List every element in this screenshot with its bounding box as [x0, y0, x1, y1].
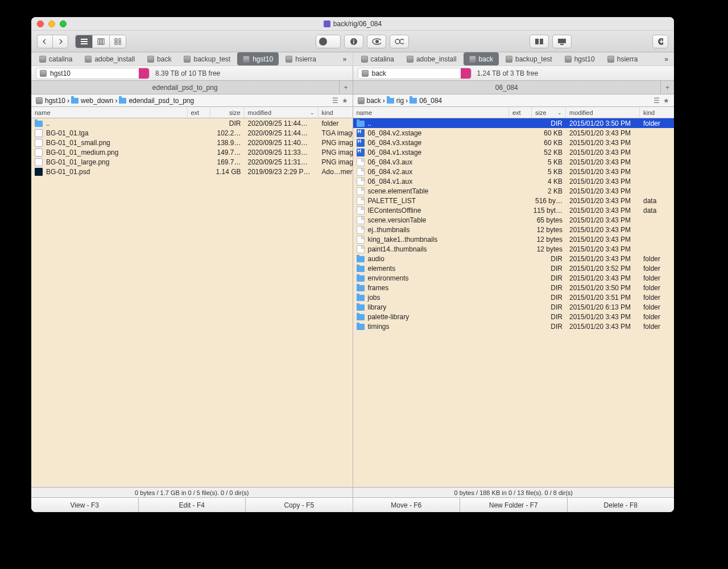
- fkey-button[interactable]: Edit - F4: [139, 498, 246, 512]
- file-row[interactable]: palette-libraryDIR2015/01/20 3:43 PMfold…: [353, 312, 675, 321]
- file-row[interactable]: 06_084.v3.aux5 KB2015/01/20 3:43 PM: [353, 157, 675, 167]
- file-row[interactable]: scene.versionTable65 bytes2015/01/20 3:4…: [353, 215, 675, 225]
- drive-tab[interactable]: catalina: [34, 52, 78, 65]
- col-kind[interactable]: kind: [318, 107, 353, 118]
- col-ext[interactable]: ext: [188, 107, 210, 118]
- file-row[interactable]: scene.elementTable2 KB2015/01/20 3:43 PM: [353, 186, 675, 196]
- file-row[interactable]: framesDIR2015/01/20 3:50 PMfolder: [353, 283, 675, 292]
- breadcrumb-item[interactable]: hgst10: [36, 97, 65, 105]
- file-row[interactable]: BG-01_01.tga102.2…2020/09/25 11:44…TGA i…: [31, 128, 353, 138]
- terminal-button[interactable]: [552, 35, 572, 48]
- drive-tab[interactable]: hgst10: [559, 52, 601, 65]
- file-row[interactable]: 06_084.v3.xstage60 KB2015/01/20 3:43 PM: [353, 138, 675, 147]
- split-button[interactable]: [530, 35, 549, 48]
- breadcrumb-item[interactable]: 06_084: [410, 97, 442, 105]
- file-row[interactable]: 06_084.v1.xstage52 KB2015/01/20 3:43 PM: [353, 147, 675, 157]
- more-tabs-button[interactable]: »: [340, 52, 350, 65]
- fkey-button[interactable]: Copy - F5: [246, 498, 353, 512]
- file-row[interactable]: PALETTE_LIST516 by…2015/01/20 3:43 PMdat…: [353, 196, 675, 205]
- drive-tab[interactable]: hgst10: [237, 52, 279, 65]
- file-row[interactable]: BG-01_01_large.png169.7…2020/09/25 11:31…: [31, 157, 353, 167]
- file-row[interactable]: 06_084.v2.aux5 KB2015/01/20 3:43 PM: [353, 167, 675, 176]
- file-row[interactable]: paint14..thumbnails12 bytes2015/01/20 3:…: [353, 244, 675, 254]
- star-icon[interactable]: ★: [663, 97, 669, 105]
- list-icon[interactable]: ☰: [332, 97, 338, 105]
- search-button[interactable]: [390, 35, 409, 48]
- file-row[interactable]: BG-01_01.psd1.14 GB2019/09/23 2:29 P…Ado…: [31, 167, 353, 176]
- grid-view-button[interactable]: [109, 35, 126, 48]
- drive-tab[interactable]: back: [464, 52, 499, 65]
- breadcrumb-item[interactable]: edendail_psd_to_png: [119, 97, 194, 105]
- drive-tab[interactable]: catalina: [355, 52, 400, 65]
- file-modified: 2015/01/20 3:43 PM: [566, 197, 640, 205]
- list-icon: [80, 38, 88, 45]
- file-list-right[interactable]: ..DIR2015/01/20 3:50 PMfolder06_084.v2.x…: [353, 118, 675, 487]
- list-icon[interactable]: ☰: [653, 97, 660, 105]
- drive-tab[interactable]: adobe_install: [401, 52, 462, 65]
- fkey-button[interactable]: Move - F6: [353, 498, 461, 512]
- col-ext[interactable]: ext: [509, 107, 532, 118]
- file-row[interactable]: audioDIR2015/01/20 3:43 PMfolder: [353, 254, 675, 263]
- file-row[interactable]: elementsDIR2015/01/20 3:52 PMfolder: [353, 263, 675, 273]
- file-row[interactable]: jobsDIR2015/01/20 3:51 PMfolder: [353, 292, 675, 302]
- view-mode-segment: [75, 35, 126, 48]
- drive-tab-label: hgst10: [253, 55, 273, 63]
- downloads-button[interactable]: [652, 35, 668, 48]
- folder-tab-right[interactable]: 06_084: [353, 81, 661, 94]
- file-row[interactable]: 06_084.v1.aux4 KB2015/01/20 3:43 PM: [353, 176, 675, 186]
- file-modified: 2015/01/20 3:43 PM: [566, 139, 640, 147]
- breadcrumb-item[interactable]: back: [358, 97, 381, 105]
- close-button[interactable]: [37, 20, 44, 27]
- file-row[interactable]: ..DIR2015/01/20 3:50 PMfolder: [353, 118, 675, 128]
- fkey-button[interactable]: New Folder - F7: [460, 498, 568, 512]
- more-tabs-button[interactable]: »: [661, 52, 672, 65]
- file-row[interactable]: timingsDIR2015/01/20 3:43 PMfolder: [353, 321, 675, 331]
- col-size[interactable]: size⌄: [532, 107, 566, 118]
- breadcrumb-item[interactable]: rig: [387, 97, 404, 105]
- forward-button[interactable]: [52, 35, 68, 48]
- doc-icon: [357, 226, 365, 234]
- fkey-button[interactable]: Delete - F8: [568, 498, 675, 512]
- maximize-button[interactable]: [60, 20, 67, 27]
- file-list-left[interactable]: ..DIR2020/09/25 11:44…folderBG-01_01.tga…: [31, 118, 353, 487]
- file-row[interactable]: ..DIR2020/09/25 11:44…folder: [31, 118, 353, 128]
- drive-tab[interactable]: back: [142, 52, 177, 65]
- drive-dropdown-left[interactable]: hgst10: [36, 68, 150, 79]
- breadcrumbs-row: hgst10›web_down›edendail_psd_to_png☰★ ba…: [31, 94, 674, 107]
- drive-tab[interactable]: hsierra: [280, 52, 322, 65]
- file-row[interactable]: 06_084.v2.xstage60 KB2015/01/20 3:43 PM: [353, 128, 675, 138]
- new-tab-right[interactable]: +: [660, 81, 674, 94]
- chevron-right-icon: [57, 39, 63, 44]
- breadcrumb-item[interactable]: web_down: [71, 97, 113, 105]
- drive-tab[interactable]: backup_test: [178, 52, 236, 65]
- star-icon[interactable]: ★: [342, 97, 348, 105]
- col-name[interactable]: name: [31, 107, 188, 118]
- drive-tab[interactable]: adobe_install: [79, 52, 140, 65]
- file-row[interactable]: king_take1..thumbnails12 bytes2015/01/20…: [353, 234, 675, 244]
- folder-tab-left[interactable]: edendail_psd_to_png: [31, 81, 339, 94]
- drive-tab[interactable]: backup_test: [500, 52, 558, 65]
- toggle-hidden-switch[interactable]: [316, 35, 341, 48]
- column-view-button[interactable]: [92, 35, 109, 48]
- minimize-button[interactable]: [48, 20, 55, 27]
- col-name[interactable]: name: [353, 107, 510, 118]
- disk-icon: [607, 56, 614, 63]
- preview-button[interactable]: [367, 35, 386, 48]
- col-kind[interactable]: kind: [640, 107, 674, 118]
- fkey-button[interactable]: View - F3: [31, 498, 139, 512]
- col-modified[interactable]: modified⌄: [245, 107, 318, 118]
- file-row[interactable]: libraryDIR2015/01/20 6:13 PMfolder: [353, 302, 675, 312]
- file-row[interactable]: IEContentsOffline115 byt…2015/01/20 3:43…: [353, 205, 675, 215]
- col-modified[interactable]: modified: [566, 107, 640, 118]
- new-tab-left[interactable]: +: [339, 81, 353, 94]
- drive-dropdown-right[interactable]: back: [358, 68, 471, 79]
- back-button[interactable]: [37, 35, 52, 48]
- col-size[interactable]: size: [210, 107, 245, 118]
- drive-tab[interactable]: hsierra: [602, 52, 644, 65]
- file-row[interactable]: BG-01_01_small.png138.9…2020/09/25 11:40…: [31, 138, 353, 147]
- list-view-button[interactable]: [75, 35, 92, 48]
- info-button[interactable]: i: [344, 35, 363, 48]
- file-row[interactable]: BG-01_01_medium.png149.7…2020/09/25 11:3…: [31, 147, 353, 157]
- file-row[interactable]: ej..thumbnails12 bytes2015/01/20 3:43 PM: [353, 225, 675, 234]
- file-row[interactable]: environmentsDIR2015/01/20 3:43 PMfolder: [353, 273, 675, 283]
